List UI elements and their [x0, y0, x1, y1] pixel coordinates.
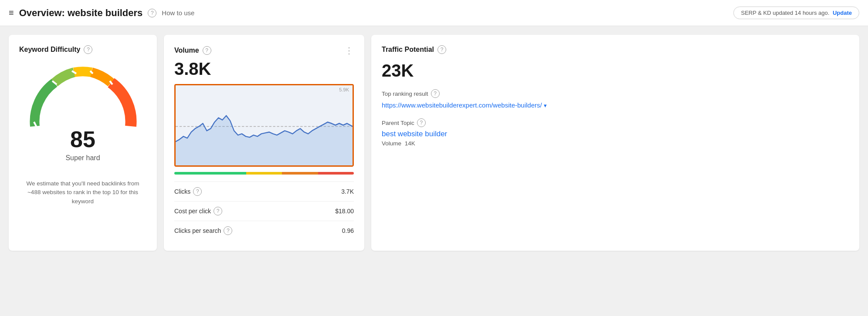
keyword-difficulty-card: Keyword Difficulty ? [9, 35, 157, 251]
main-content: Keyword Difficulty ? [0, 26, 868, 259]
cpc-label: Cost per click [174, 208, 211, 215]
stat-label-cpc: Cost per click ? [174, 207, 222, 215]
cpc-help-icon[interactable]: ? [214, 207, 222, 215]
gauge-container: 85 Super hard [19, 65, 146, 162]
kd-title: Keyword Difficulty [19, 46, 80, 54]
volume-header: Volume ? ⋮ [174, 45, 354, 56]
chart-top-label: 5.9K [339, 87, 349, 92]
kd-help-icon[interactable]: ? [84, 45, 92, 54]
parent-volume-value: 14K [405, 140, 415, 147]
update-badge: SERP & KD updated 14 hours ago. Update [733, 7, 859, 19]
volume-card: Volume ? ⋮ 3.8K 5.9K [164, 35, 364, 251]
top-ranking-help-icon[interactable]: ? [431, 89, 440, 98]
page-title: Overview: website builders [19, 7, 143, 19]
volume-value: 3.8K [174, 59, 354, 79]
parent-topic-label: Parent Topic ? [382, 118, 849, 127]
stat-row-clicks: Clicks ? 3.7K [174, 182, 354, 201]
cps-label: Clicks per search [174, 227, 221, 234]
parent-topic-link[interactable]: best website builder [382, 130, 849, 138]
color-bar-red [318, 172, 354, 175]
volume-menu-icon[interactable]: ⋮ [345, 45, 354, 56]
parent-topic-volume: Volume 14K [382, 140, 849, 147]
tp-value: 23K [382, 61, 849, 81]
parent-volume-label: Volume [382, 140, 401, 147]
clicks-label: Clicks [174, 188, 190, 195]
kd-score: 85 [70, 126, 95, 152]
parent-topic-section: Parent Topic ? best website builder Volu… [382, 118, 849, 147]
top-ranking-link[interactable]: https://www.websitebuilderexpert.com/web… [382, 101, 542, 109]
color-bar-yellow [246, 172, 282, 175]
how-to-use-link[interactable]: How to use [162, 9, 194, 17]
kd-description: We estimate that you'll need backlinks f… [19, 179, 146, 206]
help-icon-title[interactable]: ? [148, 9, 156, 17]
color-bar-orange [282, 172, 318, 175]
header-left: ≡ Overview: website builders ? How to us… [9, 7, 733, 19]
tp-top-ranking-url: https://www.websitebuilderexpert.com/web… [382, 101, 849, 110]
volume-title: Volume [174, 47, 199, 54]
stat-label-clicks: Clicks ? [174, 187, 202, 196]
color-bar-green [174, 172, 246, 175]
top-ranking-text: Top ranking result [382, 91, 428, 97]
volume-header-left: Volume ? [174, 46, 211, 55]
hamburger-icon[interactable]: ≡ [9, 8, 14, 18]
header-right: SERP & KD updated 14 hours ago. Update [733, 7, 859, 19]
cps-help-icon[interactable]: ? [224, 226, 232, 235]
header: ≡ Overview: website builders ? How to us… [0, 0, 868, 26]
stat-row-cpc: Cost per click ? $18.00 [174, 201, 354, 221]
cpc-value: $18.00 [335, 208, 354, 215]
update-button[interactable]: Update [833, 10, 852, 16]
traffic-potential-card: Traffic Potential ? 23K Top ranking resu… [371, 35, 859, 251]
parent-topic-text: Parent Topic [382, 120, 414, 126]
clicks-value: 3.7K [341, 188, 354, 195]
tp-title: Traffic Potential [382, 46, 434, 54]
top-ranking-arrow: ▾ [544, 102, 547, 109]
stat-label-cps: Clicks per search ? [174, 226, 232, 235]
tp-help-icon[interactable]: ? [437, 45, 446, 54]
kd-card-header: Keyword Difficulty ? [19, 45, 146, 54]
tp-card-header: Traffic Potential ? [382, 45, 849, 54]
parent-topic-help-icon[interactable]: ? [417, 118, 426, 127]
volume-chart: 5.9K [174, 84, 354, 167]
gauge-svg [26, 65, 139, 131]
tp-top-ranking-label: Top ranking result ? [382, 89, 849, 98]
cps-value: 0.96 [342, 227, 354, 234]
clicks-help-icon[interactable]: ? [193, 187, 202, 196]
volume-help-icon[interactable]: ? [203, 46, 211, 55]
color-bar [174, 172, 354, 175]
update-text: SERP & KD updated 14 hours ago. [741, 10, 829, 16]
chart-svg [176, 85, 353, 165]
stat-row-cps: Clicks per search ? 0.96 [174, 221, 354, 240]
kd-label: Super hard [65, 154, 100, 162]
